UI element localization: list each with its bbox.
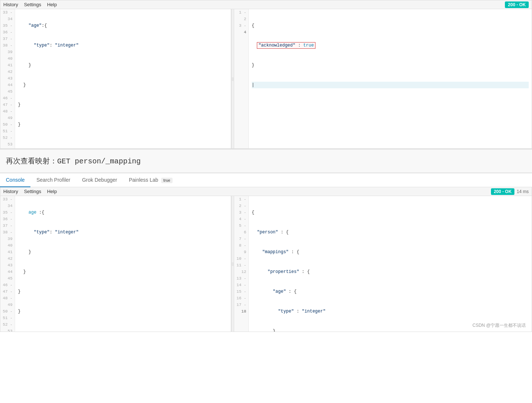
- code-line: }: [252, 62, 529, 69]
- bottom-splitter[interactable]: ||: [231, 196, 234, 332]
- code-line: "person" : {: [252, 229, 529, 236]
- bottom-menu-help[interactable]: Help: [47, 189, 57, 194]
- code-line: }: [18, 249, 228, 255]
- bottom-right-pane: 1 - 2 - 3 - 4 - 5 - 6 7 - 8 - 9 10 - 11 …: [234, 196, 532, 332]
- bottom-right-code-area[interactable]: 1 - 2 - 3 - 4 - 5 - 6 7 - 8 - 9 10 - 11 …: [234, 196, 532, 332]
- top-right-line-numbers: 1 - 2 3 - 4: [234, 9, 249, 148]
- tab-grok-debugger[interactable]: Grok Debugger: [76, 173, 123, 187]
- code-line: }: [18, 101, 228, 108]
- code-line: }: [18, 82, 228, 88]
- bottom-left-pane: 33 - 34 35 - 36 - 37 - 38 - 39 40 41 42 …: [0, 196, 231, 332]
- bottom-right-line-numbers: 1 - 2 - 3 - 4 - 5 - 6 7 - 8 - 9 10 - 11 …: [234, 196, 249, 332]
- tab-search-profiler[interactable]: Search Profiler: [30, 173, 76, 187]
- bottom-status-area: 200 - OK 14 ms: [491, 188, 529, 195]
- code-line: }: [18, 288, 228, 295]
- bottom-left-code-content[interactable]: age :{ "type": "integer" } } } } #2.查询索引…: [15, 196, 231, 332]
- top-right-code-content[interactable]: { "acknowledged" : true } |: [249, 9, 532, 148]
- top-right-pane: 1 - 2 3 - 4 { "acknowledged" : true } |: [234, 9, 532, 148]
- top-right-code-area[interactable]: 1 - 2 3 - 4 { "acknowledged" : true } |: [234, 9, 532, 148]
- top-editor-panel: 33 - 34 35 - 36 - 37 - 38 - 39 40 41 42 …: [0, 9, 532, 148]
- code-line: [18, 141, 228, 148]
- menu-settings[interactable]: Settings: [24, 2, 41, 7]
- code-line: "properties" : {: [252, 269, 529, 275]
- menu-help[interactable]: Help: [47, 2, 57, 7]
- top-left-pane: 33 - 34 35 - 36 - 37 - 38 - 39 40 41 42 …: [0, 9, 231, 148]
- tab-painless-lab[interactable]: Painless Lab true: [123, 173, 178, 187]
- top-left-code-area[interactable]: 33 - 34 35 - 36 - 37 - 38 - 39 40 41 42 …: [0, 9, 231, 148]
- top-left-line-numbers: 33 - 34 35 - 36 - 37 - 38 - 39 40 41 42 …: [0, 9, 15, 148]
- bottom-status-badge: 200 - OK: [491, 188, 515, 195]
- bottom-left-code-area[interactable]: 33 - 34 35 - 36 - 37 - 38 - 39 40 41 42 …: [0, 196, 231, 332]
- divider-text: 再次查看映射：: [6, 157, 57, 165]
- bottom-left-line-numbers: 33 - 34 35 - 36 - 37 - 38 - 39 40 41 42 …: [0, 196, 15, 332]
- code-line: age :{: [18, 209, 228, 216]
- top-menu-bar: History Settings Help 200 - OK: [0, 0, 532, 9]
- code-line: }: [18, 308, 228, 315]
- code-line: "mappings" : {: [252, 249, 529, 255]
- bottom-editor-panel: 33 - 34 35 - 36 - 37 - 38 - 39 40 41 42 …: [0, 196, 532, 332]
- section-divider: 再次查看映射：GET person/_mapping: [0, 149, 532, 173]
- bottom-right-code-content[interactable]: { "person" : { "mappings" : { "propertie…: [249, 196, 532, 332]
- bottom-console-panel: History Settings Help 200 - OK 14 ms 33 …: [0, 187, 532, 332]
- code-line: }: [18, 62, 228, 69]
- top-status-badge: 200 - OK: [505, 1, 529, 8]
- divider-code: GET person/_mapping: [57, 157, 141, 166]
- code-line: |: [252, 82, 529, 88]
- bottom-menu-bar: History Settings Help 200 - OK 14 ms: [0, 187, 532, 196]
- code-line: "type": "integer": [18, 229, 228, 236]
- top-left-code-content[interactable]: "age":{ "type": "integer" } } } } #2.查询索…: [15, 9, 231, 148]
- top-console-panel: History Settings Help 200 - OK 33 - 34 3…: [0, 0, 532, 149]
- code-line: {: [252, 209, 529, 216]
- code-line: }: [18, 121, 228, 128]
- code-line: "type" : "integer": [252, 308, 529, 315]
- code-line: "acknowledged" : true: [252, 42, 529, 49]
- tab-console[interactable]: Console: [0, 173, 30, 187]
- code-line: "age" : {: [252, 288, 529, 295]
- bottom-menu-settings[interactable]: Settings: [24, 189, 41, 194]
- code-line: [18, 328, 228, 332]
- response-time: 14 ms: [517, 189, 529, 194]
- beta-badge: true: [161, 178, 173, 183]
- menu-history[interactable]: History: [3, 2, 18, 7]
- top-splitter[interactable]: ||: [231, 9, 234, 148]
- code-line: "type": "integer": [18, 42, 228, 49]
- code-line: }: [18, 269, 228, 275]
- code-line: {: [252, 22, 529, 29]
- watermark: CSDN @宁愿一生都不说话: [472, 322, 526, 329]
- tabs-bar: Console Search Profiler Grok Debugger Pa…: [0, 173, 532, 187]
- code-line: "age":{: [18, 22, 228, 29]
- bottom-menu-history[interactable]: History: [3, 189, 18, 194]
